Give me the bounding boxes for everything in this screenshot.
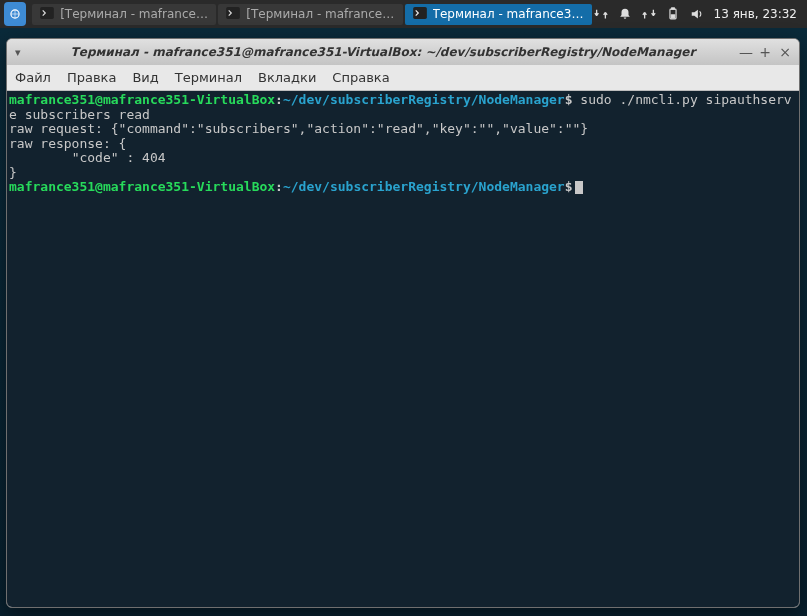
prompt-path: ~/dev/subscriberRegistry/NodeManager [283, 179, 565, 194]
prompt-dollar: $ [565, 92, 573, 107]
output-line: raw request: {"command":"subscribers","a… [9, 121, 588, 136]
svg-rect-3 [413, 7, 427, 19]
top-panel: [Терминал - mafrance35... [Терминал - ma… [0, 0, 807, 28]
taskbar-label: [Терминал - mafrance35... [60, 7, 208, 21]
prompt-user: mafrance351@mafrance351-VirtualBox [9, 92, 275, 107]
menu-terminal[interactable]: Терминал [175, 70, 242, 85]
terminal-icon [40, 7, 54, 22]
taskbar-label: Терминал - mafrance351... [433, 7, 584, 21]
clock[interactable]: 13 янв, 23:32 [714, 7, 797, 21]
output-line: raw response: { [9, 136, 126, 151]
window-controls: — + × [739, 45, 791, 59]
battery-icon[interactable] [666, 7, 680, 21]
svg-rect-2 [227, 7, 241, 19]
prompt-sep: : [275, 92, 283, 107]
prompt-path: ~/dev/subscriberRegistry/NodeManager [283, 92, 565, 107]
menu-file[interactable]: Файл [15, 70, 51, 85]
terminal-window: ▾ Терминал - mafrance351@mafrance351-Vir… [6, 38, 800, 608]
taskbar-item-terminal-2[interactable]: [Терминал - mafrance35... [218, 4, 402, 25]
desktop: ▾ Терминал - mafrance351@mafrance351-Vir… [0, 28, 807, 616]
taskbar-item-terminal-3-active[interactable]: Терминал - mafrance351... [405, 4, 592, 25]
system-tray: 13 янв, 23:32 [594, 7, 803, 21]
cursor [575, 181, 583, 194]
menubar: Файл Правка Вид Терминал Вкладки Справка [7, 65, 799, 91]
network-down-icon[interactable] [594, 7, 608, 21]
prompt-dollar: $ [565, 179, 573, 194]
apps-launcher[interactable] [4, 2, 26, 26]
close-button[interactable]: × [779, 45, 791, 59]
svg-rect-6 [671, 15, 675, 18]
terminal-icon [413, 7, 427, 22]
taskbar-label: [Терминал - mafrance35... [246, 7, 394, 21]
svg-rect-1 [40, 7, 54, 19]
menu-view[interactable]: Вид [132, 70, 158, 85]
network-up-icon[interactable] [642, 7, 656, 21]
minimize-button[interactable]: — [739, 45, 751, 59]
output-line: } [9, 165, 17, 180]
window-titlebar[interactable]: ▾ Терминал - mafrance351@mafrance351-Vir… [7, 39, 799, 65]
terminal-icon [226, 7, 240, 22]
menu-edit[interactable]: Правка [67, 70, 116, 85]
taskbar-item-terminal-1[interactable]: [Терминал - mafrance35... [32, 4, 216, 25]
output-line: "code" : 404 [9, 150, 166, 165]
menu-tabs[interactable]: Вкладки [258, 70, 316, 85]
menu-help[interactable]: Справка [332, 70, 389, 85]
svg-rect-5 [671, 8, 674, 9]
maximize-button[interactable]: + [759, 45, 771, 59]
terminal-output[interactable]: mafrance351@mafrance351-VirtualBox:~/dev… [7, 91, 799, 607]
titlebar-menu-icon[interactable]: ▾ [15, 46, 27, 59]
window-title: Терминал - mafrance351@mafrance351-Virtu… [27, 45, 739, 59]
prompt-user: mafrance351@mafrance351-VirtualBox [9, 179, 275, 194]
notifications-icon[interactable] [618, 7, 632, 21]
prompt-sep: : [275, 179, 283, 194]
volume-icon[interactable] [690, 7, 704, 21]
